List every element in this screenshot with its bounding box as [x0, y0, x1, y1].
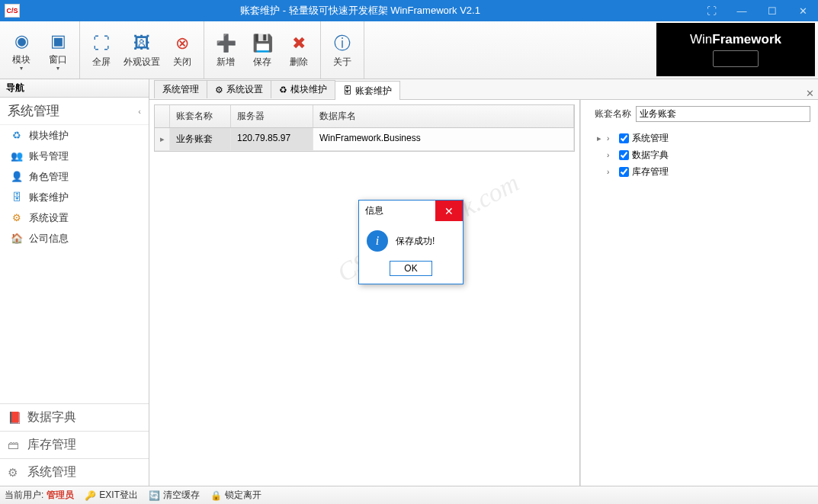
module-button[interactable]: ◉ 模块 ▾	[3, 26, 40, 75]
dialog-message: 保存成功!	[396, 235, 435, 248]
sidebar-section[interactable]: 🗃库存管理	[0, 431, 149, 458]
new-button[interactable]: ➕ 新增	[207, 28, 244, 72]
expand-icon[interactable]: ›	[607, 168, 616, 176]
plus-circle-icon: ➕	[213, 31, 238, 56]
clear-cache-button[interactable]: 🔄清空缓存	[149, 489, 200, 502]
current-user: 管理员	[47, 489, 74, 502]
tab-strip: 系统管理⚙系统设置♻模块维护🗄账套维护 ✕	[149, 79, 818, 100]
nav-item-label: 角色管理	[29, 170, 69, 184]
expand-icon[interactable]: ›	[607, 134, 616, 143]
close-circle-icon: ⊗	[170, 31, 194, 56]
fullscreen-icon: ⛶	[89, 31, 114, 56]
nav-item-icon: 👤	[11, 171, 23, 182]
tab[interactable]: ⚙系统设置	[207, 80, 271, 98]
tree-item[interactable]: ›数据字典	[589, 146, 810, 163]
window-title: 账套维护 - 轻量级可快速开发框架 WinFramework V2.1	[24, 4, 696, 18]
app-icon: C/S	[5, 4, 20, 18]
table-row[interactable]: ▸ 业务账套 120.79.85.97 WinFramework.Busines…	[155, 128, 574, 151]
cell-db[interactable]: WinFramework.Business	[313, 128, 574, 150]
sidebar-item[interactable]: 👤角色管理	[0, 166, 149, 187]
appearance-button[interactable]: 🖼 外观设置	[120, 28, 164, 72]
close-label: 关闭	[173, 56, 191, 69]
dialog-close-icon[interactable]: ✕	[435, 201, 463, 221]
nav-item-icon: 🏠	[11, 233, 23, 244]
tree-checkbox[interactable]	[619, 133, 629, 143]
sidebar-section[interactable]: ⚙系统管理	[0, 458, 149, 486]
message-dialog: 信息 ✕ i 保存成功! OK	[358, 200, 464, 284]
expand-icon[interactable]: ›	[607, 151, 616, 159]
status-bar: 当前用户: 管理员 🔑EXIT登出 🔄清空缓存 🔒锁定离开	[0, 486, 818, 504]
navigation-panel: 导航 系统管理 ‹ ♻模块维护👥账号管理👤角色管理🗄账套维护⚙系统设置🏠公司信息…	[0, 79, 149, 486]
sidebar-section[interactable]: 📕数据字典	[0, 403, 149, 431]
tree-item[interactable]: ▸›系统管理	[589, 130, 810, 146]
tree-checkbox[interactable]	[619, 167, 629, 177]
tab[interactable]: 系统管理	[154, 80, 207, 98]
info-icon: i	[367, 230, 388, 252]
section-icon: 🗃	[8, 438, 21, 451]
new-label: 新增	[217, 56, 235, 69]
image-icon: 🖼	[130, 31, 154, 56]
nav-section-system[interactable]: 系统管理 ‹	[0, 98, 149, 125]
nav-item-icon: 🗄	[11, 191, 23, 203]
tree-item[interactable]: ›库存管理	[589, 163, 810, 180]
nav-item-label: 公司信息	[29, 232, 69, 246]
dataset-name-input[interactable]	[636, 106, 810, 122]
key-icon: 🔑	[85, 490, 96, 501]
section-label: 数据字典	[27, 409, 76, 425]
tree-label: 库存管理	[632, 165, 669, 178]
delete-button[interactable]: ✖ 删除	[281, 28, 317, 72]
tab-label: 账套维护	[355, 85, 392, 98]
sidebar-item[interactable]: 👥账号管理	[0, 146, 149, 166]
delete-icon: ✖	[287, 31, 311, 56]
cell-server[interactable]: 120.79.85.97	[231, 128, 313, 150]
tab[interactable]: ♻模块维护	[271, 80, 335, 98]
sidebar-item[interactable]: ♻模块维护	[0, 125, 149, 146]
tab-label: 模块维护	[290, 83, 327, 96]
laptop-icon	[713, 50, 759, 67]
col-name[interactable]: 账套名称	[170, 105, 231, 127]
cell-name[interactable]: 业务账套	[170, 128, 231, 150]
ok-button[interactable]: OK	[390, 261, 432, 276]
window-close-icon[interactable]: ✕	[788, 0, 818, 21]
info-icon: ⓘ	[330, 31, 354, 56]
save-label: 保存	[253, 56, 271, 69]
chevron-down-icon: ▾	[56, 65, 59, 72]
save-icon: 💾	[250, 31, 274, 56]
nav-item-icon: ⚙	[11, 212, 23, 223]
section-icon: 📕	[8, 411, 21, 425]
nav-header: 导航	[0, 79, 149, 98]
fullscreen-button[interactable]: ⛶ 全屏	[83, 28, 120, 72]
current-user-label: 当前用户:	[5, 489, 43, 502]
tab-label: 系统设置	[226, 83, 263, 96]
lock-button[interactable]: 🔒锁定离开	[210, 489, 261, 502]
window-minimize-icon[interactable]: —	[727, 0, 757, 21]
about-button[interactable]: ⓘ 关于	[324, 28, 361, 72]
close-tab-button[interactable]: ⊗ 关闭	[164, 28, 200, 72]
col-server[interactable]: 服务器	[231, 105, 313, 127]
window-button[interactable]: ▣ 窗口 ▾	[40, 26, 76, 75]
tree-label: 数据字典	[632, 149, 669, 162]
save-button[interactable]: 💾 保存	[244, 28, 281, 72]
fullscreen-label: 全屏	[92, 56, 111, 69]
about-label: 关于	[333, 56, 351, 69]
tab-icon: ⚙	[215, 85, 223, 95]
field-label-name: 账套名称	[589, 108, 631, 120]
appearance-label: 外观设置	[124, 56, 160, 69]
section-label: 库存管理	[27, 437, 76, 453]
exit-button[interactable]: 🔑EXIT登出	[85, 489, 138, 502]
window-minimize-restore-icon[interactable]: ⛶	[696, 0, 727, 21]
sidebar-item[interactable]: 🗄账套维护	[0, 187, 149, 207]
compass-icon: ◉	[9, 29, 34, 53]
main-toolbar: ◉ 模块 ▾ ▣ 窗口 ▾ ⛶ 全屏 🖼 外观设置 ⊗ 关闭 ➕ 新增 💾	[0, 21, 818, 79]
tree-label: 系统管理	[632, 132, 669, 145]
col-db[interactable]: 数据库名	[313, 105, 574, 127]
nav-item-label: 系统设置	[29, 211, 69, 225]
tree-checkbox[interactable]	[619, 150, 629, 160]
dialog-title: 信息	[359, 204, 435, 217]
tab[interactable]: 🗄账套维护	[335, 81, 400, 100]
sidebar-item[interactable]: 🏠公司信息	[0, 228, 149, 249]
window-maximize-icon[interactable]: ☐	[757, 0, 788, 21]
nav-item-label: 模块维护	[29, 129, 69, 143]
sidebar-item[interactable]: ⚙系统设置	[0, 207, 149, 228]
tab-close-icon[interactable]: ✕	[801, 88, 818, 99]
